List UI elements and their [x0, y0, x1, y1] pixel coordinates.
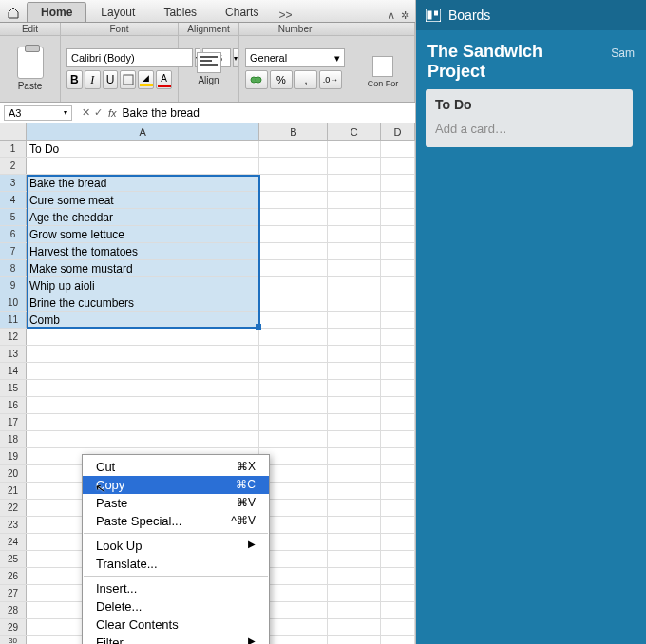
cell-reference-box[interactable]: A3▾ [4, 105, 72, 121]
row-header[interactable]: 17 [0, 414, 27, 430]
paste-button[interactable]: Paste [17, 47, 44, 91]
row-header[interactable]: 18 [0, 431, 27, 447]
board-subtitle[interactable]: Sam [611, 47, 635, 60]
formula-input[interactable]: Bake the bread [123, 106, 200, 120]
cell[interactable] [259, 226, 328, 242]
cell[interactable] [259, 363, 328, 379]
cell[interactable]: Cure some meat [27, 192, 259, 208]
cell[interactable] [328, 636, 381, 644]
tab-home[interactable]: Home [27, 2, 86, 22]
row-header[interactable]: 28 [0, 602, 27, 618]
cell[interactable] [328, 551, 381, 567]
ctx-clear[interactable]: Clear Contents [83, 616, 269, 634]
col-header-C[interactable]: C [328, 123, 381, 140]
tab-layout[interactable]: Layout [86, 2, 149, 22]
cell[interactable] [381, 636, 415, 644]
row-header[interactable]: 25 [0, 551, 27, 567]
cell[interactable] [381, 363, 415, 379]
cell[interactable] [381, 397, 415, 413]
cell[interactable] [381, 226, 415, 242]
cell[interactable] [259, 534, 328, 550]
row-header[interactable]: 3 [0, 175, 27, 191]
cell[interactable] [328, 312, 381, 328]
cell[interactable] [328, 158, 381, 174]
cell[interactable] [381, 551, 415, 567]
cell[interactable] [27, 414, 259, 430]
ctx-translate[interactable]: Translate... [83, 555, 269, 573]
cell[interactable] [259, 243, 328, 259]
row-header[interactable]: 16 [0, 397, 27, 413]
row-header[interactable]: 19 [0, 448, 27, 464]
cell[interactable] [328, 414, 381, 430]
row-header[interactable]: 9 [0, 277, 27, 294]
tab-overflow[interactable]: >> [278, 9, 292, 22]
cell[interactable] [328, 568, 381, 584]
cell[interactable] [259, 209, 328, 225]
cell[interactable] [328, 397, 381, 413]
conditional-format-button[interactable]: Con For [368, 50, 399, 88]
cell[interactable] [328, 380, 381, 396]
ctx-lookup[interactable]: Look Up▶ [83, 537, 269, 555]
boards-icon[interactable] [426, 9, 441, 22]
board-title[interactable]: The Sandwich Project [428, 42, 599, 82]
cell[interactable] [381, 209, 415, 225]
col-header-A[interactable]: A [27, 123, 259, 140]
cell[interactable] [381, 585, 415, 601]
cell[interactable]: Comb [27, 312, 259, 328]
row-header[interactable]: 21 [0, 483, 27, 499]
row-header[interactable]: 14 [0, 363, 27, 379]
row-header[interactable]: 8 [0, 260, 27, 276]
cell[interactable] [328, 226, 381, 242]
cell[interactable] [259, 414, 328, 430]
row-header[interactable]: 23 [0, 517, 27, 533]
cell[interactable] [328, 346, 381, 362]
row-header[interactable]: 5 [0, 209, 27, 225]
cell[interactable] [328, 329, 381, 345]
cell[interactable] [381, 602, 415, 618]
cell[interactable] [381, 158, 415, 174]
bold-button[interactable]: B [66, 70, 83, 89]
cell[interactable] [381, 277, 415, 294]
cell[interactable] [259, 141, 328, 157]
currency-button[interactable] [245, 70, 268, 89]
col-header-D[interactable]: D [381, 123, 415, 140]
cell[interactable] [27, 158, 259, 174]
cell[interactable] [259, 585, 328, 601]
number-format-select[interactable]: General▾ [245, 48, 345, 67]
cell[interactable] [27, 329, 259, 345]
ctx-cut[interactable]: Cut⌘X [83, 458, 269, 476]
cell[interactable]: Make some mustard [27, 260, 259, 276]
cell[interactable] [328, 500, 381, 516]
cell[interactable] [27, 346, 259, 362]
font-color-button[interactable]: A [156, 70, 172, 89]
row-header[interactable]: 27 [0, 585, 27, 601]
cell[interactable] [259, 158, 328, 174]
boards-button[interactable]: Boards [448, 8, 490, 23]
underline-button[interactable]: U [103, 70, 119, 89]
font-name-select[interactable] [66, 48, 193, 67]
cell[interactable] [328, 243, 381, 259]
add-card-button[interactable]: Add a card… [435, 122, 623, 136]
cell[interactable] [381, 500, 415, 516]
row-header[interactable]: 12 [0, 329, 27, 345]
cell[interactable]: Bake the bread [27, 175, 259, 191]
cell[interactable] [259, 551, 328, 567]
row-header[interactable]: 24 [0, 534, 27, 550]
cell[interactable] [259, 397, 328, 413]
list-title[interactable]: To Do [435, 97, 623, 112]
cell[interactable]: Brine the cucumbers [27, 294, 259, 311]
cell[interactable] [259, 568, 328, 584]
row-header[interactable]: 6 [0, 226, 27, 242]
cell[interactable] [381, 312, 415, 328]
cell[interactable] [259, 260, 328, 276]
cell[interactable] [381, 141, 415, 157]
cell[interactable] [259, 277, 328, 294]
gear-icon[interactable]: ✲ [401, 9, 409, 22]
cell[interactable] [381, 192, 415, 208]
tab-tables[interactable]: Tables [149, 2, 211, 22]
col-header-B[interactable]: B [259, 123, 328, 140]
cell[interactable] [381, 517, 415, 533]
cell[interactable] [328, 260, 381, 276]
row-header[interactable]: 15 [0, 380, 27, 396]
cell[interactable] [259, 465, 328, 482]
